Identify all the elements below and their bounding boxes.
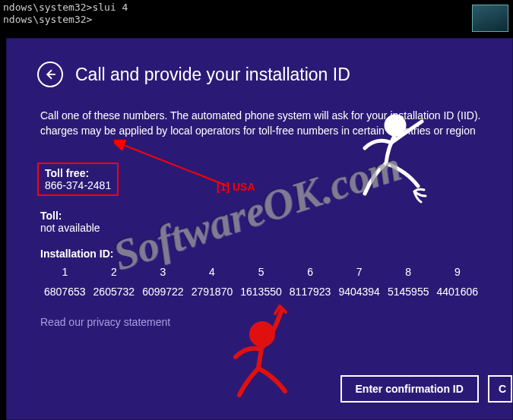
toll-free-highlight: Toll free: 866-374-2481 — [37, 163, 119, 196]
installation-id-col-number: 1 — [40, 266, 90, 278]
installation-id-col-value: 4401606 — [433, 286, 483, 298]
installation-id-column: 68117923 — [286, 266, 335, 298]
installation-id-column: 22605732 — [90, 266, 139, 298]
installation-id-col-number: 3 — [138, 266, 188, 278]
toll-value: not available — [40, 222, 482, 234]
installation-id-col-value: 2791870 — [188, 286, 237, 298]
installation-id-col-value: 6807653 — [40, 286, 90, 298]
installation-id-section: Installation ID: 16807653226057323609972… — [37, 248, 482, 298]
terminal-background: ndows\system32>slui 4 ndows\system32> — [0, 0, 513, 38]
toll-free-number: 866-374-2481 — [45, 179, 111, 191]
installation-id-col-number: 5 — [236, 266, 286, 278]
arrow-left-icon — [43, 68, 57, 81]
terminal-line: ndows\system32> — [3, 14, 510, 26]
privacy-link[interactable]: Read our privacy statement — [37, 316, 170, 328]
installation-id-column: 51613550 — [236, 266, 286, 298]
installation-id-column: 85145955 — [384, 266, 433, 298]
description-text: Call one of these numbers. The automated… — [37, 109, 482, 138]
dialog-header: Call and provide your installation ID — [37, 62, 482, 87]
cancel-button-cut[interactable]: C — [488, 375, 512, 403]
installation-id-column: 42791870 — [188, 266, 237, 298]
installation-id-col-number: 2 — [90, 266, 139, 278]
page-title: Call and provide your installation ID — [75, 65, 350, 85]
terminal-line: ndows\system32>slui 4 — [3, 2, 510, 14]
installation-id-col-number: 7 — [334, 266, 384, 278]
installation-id-column: 94401606 — [433, 266, 483, 298]
installation-id-column: 79404394 — [334, 266, 384, 298]
installation-id-col-number: 4 — [188, 266, 237, 278]
window-thumbnail — [472, 5, 508, 32]
installation-id-col-value: 2605732 — [90, 286, 139, 298]
installation-id-table: 1680765322605732360997224279187051613550… — [40, 266, 482, 298]
toll-free-label: Toll free: — [45, 167, 111, 179]
installation-id-column: 36099722 — [138, 266, 188, 298]
installation-id-column: 16807653 — [40, 266, 90, 298]
toll-label: Toll: — [40, 210, 482, 222]
installation-id-label: Installation ID: — [40, 248, 482, 260]
annotation-label-usa: [1] USA — [217, 181, 255, 193]
installation-id-col-number: 6 — [286, 266, 335, 278]
enter-confirmation-button[interactable]: Enter confirmation ID — [340, 375, 479, 403]
back-button[interactable] — [37, 62, 63, 87]
installation-id-col-value: 9404394 — [334, 286, 384, 298]
installation-id-col-value: 1613550 — [236, 286, 286, 298]
installation-id-col-value: 6099722 — [138, 286, 188, 298]
installation-id-col-value: 8117923 — [286, 286, 335, 298]
installation-id-col-number: 8 — [384, 266, 433, 278]
installation-id-col-value: 5145955 — [384, 286, 433, 298]
toll-block: Toll: not available — [37, 210, 482, 234]
activation-dialog: Call and provide your installation ID Ca… — [6, 38, 513, 420]
installation-id-col-number: 9 — [433, 266, 483, 278]
dialog-footer: Enter confirmation ID C — [340, 375, 512, 403]
